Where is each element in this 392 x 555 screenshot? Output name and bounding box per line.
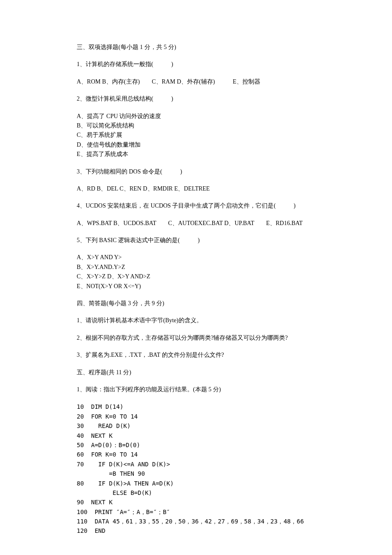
s3-q5-stem: 5、下列 BASIC 逻辑表达式中正确的是( ) xyxy=(77,236,315,245)
s3-q5-optB: B、X>Y.AND.Y>Z xyxy=(77,263,315,272)
s3-q3-stem: 3、下列功能相同的 DOS 命令是( ) xyxy=(77,167,315,176)
s3-q4-stem: 4、UCDOS 安装结束后，在 UCDOS 子目录中生成了两个启动文件，它们是(… xyxy=(77,201,315,211)
s3-q2-optE: E、提高了系统成本 xyxy=(77,150,315,159)
s3-q1-stem: 1、计算机的存储系统一般指( ) xyxy=(77,60,315,69)
s3-q2-optB: B、可以简化系统结构 xyxy=(77,121,315,130)
s3-q4-options: A、WPS.BAT B、UCDOS.BAT C、AUTOEXEC.BAT D、U… xyxy=(77,219,315,228)
s4-q1: 1、请说明计算机基本术语中字节(Byte)的含义。 xyxy=(77,316,315,325)
s3-q2-stem: 2、微型计算机采用总线结构( ) xyxy=(77,94,315,104)
section-3-title: 三、双项选择题(每小题 1 分，共 5 分) xyxy=(77,43,315,52)
s3-q5-optCD: C、X>Y>Z D、X>Y AND>Z xyxy=(77,272,315,281)
s3-q1-options: A、ROM B、内存(主存) C、RAM D、外存(辅存) E、控制器 xyxy=(77,77,315,87)
s3-q5-optE: E、NOT(X>Y OR X<=Y) xyxy=(77,282,315,291)
s3-q2-optD: D、使信号线的数量增加 xyxy=(77,140,315,150)
s3-q2-optA: A、提高了 CPU 访问外设的速度 xyxy=(77,112,315,121)
s5-q1-stem: 1、阅读：指出下列程序的功能及运行结果。(本题 5 分) xyxy=(77,385,315,394)
s3-q2-optC: C、易于系统扩展 xyxy=(77,130,315,140)
s3-q5-options: A、X>Y AND Y> B、X>Y.AND.Y>Z C、X>Y>Z D、X>Y… xyxy=(77,253,315,291)
section-4-title: 四、简答题(每小题 3 分，共 9 分) xyxy=(77,299,315,308)
s5-q1-code: 10 DIM D(14) 20 FOR K=0 TO 14 30 READ D(… xyxy=(77,402,315,535)
s4-q3: 3、扩展名为.EXE，.TXT，.BAT 的文件分别是什么文件? xyxy=(77,350,315,360)
section-5-title: 五、程序题(共 11 分) xyxy=(77,368,315,377)
s4-q2: 2、根据不同的存取方式，主存储器可以分为哪两类?辅存储器又可以分为哪两类? xyxy=(77,333,315,343)
s3-q5-optA: A、X>Y AND Y> xyxy=(77,253,315,262)
s3-q3-options: A、RD B、DEL C、REN D、RMDIR E、DELTREE xyxy=(77,184,315,194)
s3-q2-options: A、提高了 CPU 访问外设的速度 B、可以简化系统结构 C、易于系统扩展 D、… xyxy=(77,112,315,159)
